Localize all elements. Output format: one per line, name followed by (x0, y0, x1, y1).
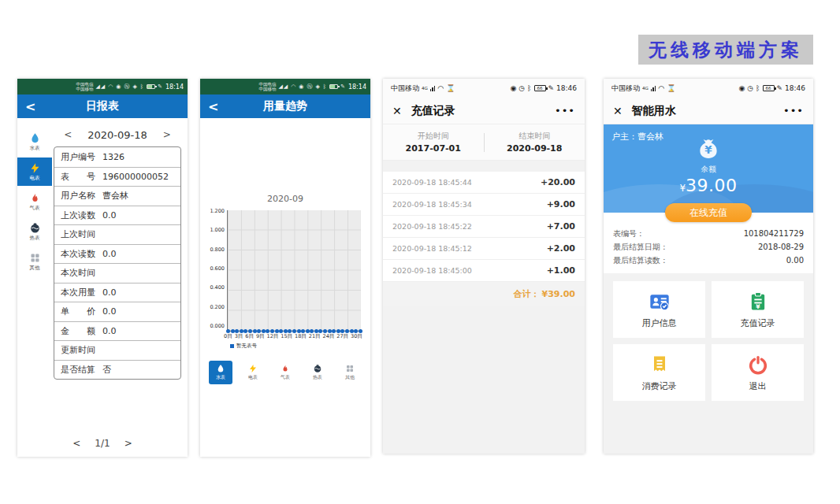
table-row: 表 号196000000052 (54, 167, 180, 187)
status-bar: 中国移动 4G ◠ ⌛ ◉ ◷ ᛒ 66 ✎ 18:46 (604, 79, 813, 98)
row-label: 是否结算 (61, 364, 95, 376)
clock: 18:46 (556, 84, 577, 92)
legend-label: 暂无表号 (236, 343, 257, 350)
row-value: 0.0 (102, 210, 117, 220)
spacer (383, 161, 585, 172)
screen-recharge-records: 中国移动 4G ◠ ⌛ ◉ ◷ ᛒ 66 ✎ 18:46 ✕ 充值记录 ••• … (383, 79, 585, 454)
sidebar-item-other[interactable]: 其他 (17, 247, 52, 276)
info-value: 2018-08-29 (758, 243, 804, 251)
current-date[interactable]: 2020-09-18 (87, 129, 147, 141)
sidebar-item-label: 热表 (30, 235, 40, 242)
back-button[interactable]: < (25, 99, 35, 114)
sidebar-item-label: 气表 (30, 205, 40, 212)
solution-title-banner: 无线移动端方案 (638, 35, 813, 65)
tab-gas[interactable]: 气表 (273, 361, 297, 384)
y-axis-labels: 1.200 1.000 0.800 0.600 0.400 0.200 0.00… (203, 208, 227, 329)
online-recharge-button[interactable]: 在线充值 (665, 203, 752, 222)
tab-label: 水表 (216, 374, 225, 381)
chart-legend: 暂无表号 (230, 343, 370, 350)
row-label: 本次读数 (61, 248, 95, 260)
clock: 18:14 (165, 83, 184, 91)
bluetooth-icon: ᛒ (323, 83, 327, 90)
y-tick: 0.400 (210, 284, 225, 291)
chart-dots (226, 329, 362, 333)
x-tick: 0日 (224, 333, 232, 340)
y-tick: 1.200 (210, 208, 225, 214)
more-menu-button[interactable]: ••• (783, 105, 804, 117)
record-row: 2020-09-18 18:45:34+9.00 (383, 194, 585, 216)
consumption-records-button[interactable]: 消费记录 (613, 344, 705, 401)
app-header: ✕ 充值记录 ••• (383, 98, 585, 124)
table-row: 单 价0.0 (54, 302, 180, 321)
status-bar: 中国电信 中国移动 ◢◢ ◠ ◉ Ⓝ ◈ ᛒ ✎ 18:14 (200, 79, 370, 94)
back-button[interactable]: < (208, 99, 218, 114)
meter-type-tabs: 水表 电表 气表 热表 其他 (200, 361, 370, 384)
pencil-icon: ✎ (548, 84, 555, 92)
sidebar-item-label: 水表 (30, 145, 40, 152)
date-navigator: < 2020-09-18 > (54, 123, 181, 146)
sidebar-item-water[interactable]: 水表 (17, 128, 52, 156)
close-button[interactable]: ✕ (392, 105, 402, 117)
carrier-2: 中国移动 (258, 87, 276, 91)
x-tick: 27日 (336, 333, 348, 340)
logout-button[interactable]: 退出 (712, 344, 804, 401)
table-row: 是否结算否 (54, 360, 180, 380)
network-type: 4G (422, 86, 428, 91)
cell-label: 消费记录 (642, 380, 677, 392)
eye-icon: ◉ (738, 84, 745, 92)
pencil-icon: ✎ (340, 83, 346, 90)
nfc-icon: Ⓝ (307, 83, 313, 91)
record-row: 2020-09-18 18:45:22+7.00 (383, 216, 585, 238)
page-title: 日报表 (17, 99, 188, 113)
row-value: 0.0 (102, 326, 117, 336)
record-time: 2020-09-18 18:45:44 (392, 178, 472, 187)
tab-label: 热表 (313, 374, 322, 381)
water-meter-icon (29, 132, 41, 144)
record-row: 2020-09-18 18:45:44+20.00 (383, 172, 585, 194)
start-date-value: 2017-07-01 (406, 143, 461, 154)
tab-other[interactable]: 其他 (338, 361, 362, 384)
eye-icon: ◉ (116, 83, 121, 90)
close-button[interactable]: ✕ (613, 105, 623, 117)
table-row: 用户编号1326 (54, 147, 180, 167)
row-label: 本次用量 (61, 287, 95, 298)
wifi-icon: ◠ (108, 83, 113, 90)
start-date-field[interactable]: 开始时间 2017-07-01 (383, 124, 484, 160)
date-range-filter: 开始时间 2017-07-01 结束时间 2020-09-18 (383, 124, 585, 161)
prev-date-button[interactable]: < (64, 129, 72, 140)
more-menu-button[interactable]: ••• (555, 105, 575, 117)
pencil-icon: ✎ (777, 84, 783, 92)
eye-icon: ◉ (510, 84, 516, 92)
tab-electric[interactable]: 电表 (241, 361, 265, 384)
record-amount: +20.00 (541, 177, 575, 187)
app-header: ✕ 智能用水 ••• (604, 98, 813, 124)
balance-card: 户主：曹会林 余额 ¥ 39.00 在线充值 (604, 124, 813, 213)
battery-icon: 66 (763, 85, 775, 91)
carrier-labels: 中国电信 中国移动 (258, 82, 276, 91)
user-info-button[interactable]: 用户信息 (613, 281, 705, 338)
sidebar-item-electric[interactable]: 电表 (17, 158, 52, 186)
prev-page-button[interactable]: < (72, 438, 80, 449)
next-date-button[interactable]: > (163, 129, 171, 140)
recharge-records-button[interactable]: 充值记录 (712, 281, 804, 338)
next-page-button[interactable]: > (125, 438, 132, 449)
sidebar-item-gas[interactable]: 气表 (17, 187, 52, 216)
signal-icon (430, 86, 436, 91)
y-tick: 1.000 (210, 227, 225, 233)
record-amount: +9.00 (547, 199, 575, 209)
row-value: 0.0 (102, 249, 117, 259)
row-label: 上次时间 (61, 228, 95, 240)
end-date-field[interactable]: 结束时间 2020-09-18 (485, 124, 585, 160)
x-tick: 15日 (281, 333, 292, 340)
balance-label: 余额 (701, 165, 716, 175)
app-header: < 用量趋势 (200, 94, 370, 118)
sidebar-item-label: 电表 (30, 175, 40, 182)
page-title: 用量趋势 (200, 99, 370, 113)
sidebar-item-heat[interactable]: 热表 (17, 217, 52, 246)
tab-water[interactable]: 水表 (209, 361, 232, 384)
battery-percent: 66 (537, 86, 543, 91)
plot-area (227, 210, 361, 332)
tab-heat[interactable]: 热表 (306, 361, 329, 384)
report-table: 用户编号1326 表 号196000000052 用户名称曹会林 上次读数0.0… (54, 146, 181, 380)
y-tick: 0.000 (210, 323, 225, 329)
